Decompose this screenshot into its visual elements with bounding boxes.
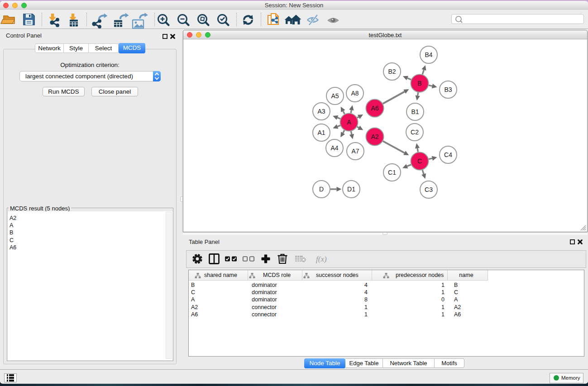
svg-text:C2: C2	[411, 129, 419, 136]
svg-text:C1: C1	[388, 169, 396, 176]
svg-text:A2: A2	[371, 133, 378, 140]
svg-text:A1: A1	[317, 129, 325, 136]
svg-text:A8: A8	[351, 90, 359, 97]
svg-text:A: A	[347, 119, 351, 126]
svg-text:f(x): f(x)	[316, 255, 327, 263]
svg-text:C4: C4	[444, 151, 452, 158]
svg-text:A3: A3	[317, 108, 325, 115]
svg-text:C3: C3	[425, 186, 433, 193]
svg-text:C: C	[417, 157, 422, 165]
svg-text:B4: B4	[425, 51, 432, 58]
svg-text:D1: D1	[347, 186, 355, 193]
svg-text:B1: B1	[411, 108, 419, 115]
svg-text:B2: B2	[388, 68, 396, 75]
svg-text:B3: B3	[444, 86, 452, 93]
svg-text:A6: A6	[371, 105, 378, 112]
svg-text:A5: A5	[331, 92, 339, 100]
svg-text:A4: A4	[330, 144, 338, 152]
svg-text:D: D	[319, 186, 324, 193]
svg-text:A7: A7	[351, 148, 359, 155]
svg-text:B: B	[417, 80, 421, 87]
